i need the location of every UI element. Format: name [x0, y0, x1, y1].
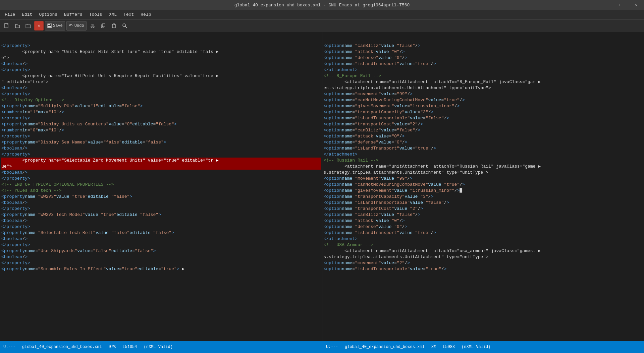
status-right-percent: 8% [431, 345, 436, 349]
code-line: <option name="attack" value="0"/> [324, 49, 643, 55]
svg-rect-3 [48, 26, 51, 27]
code-line: <option name="defense" value="0"/> [324, 55, 643, 61]
code-line: </property> [1, 67, 321, 73]
cut-button[interactable] [88, 21, 97, 31]
close-button[interactable]: ✕ [629, 0, 644, 10]
svg-rect-4 [48, 24, 50, 25]
code-line: <boolean/> [1, 61, 321, 67]
code-line: <option name="defense" value="0"/> [324, 139, 643, 145]
right-pane-content: <option name="canBlitz" value="false"/> … [322, 32, 644, 341]
code-line: <option name="movement" value="2"/> [324, 260, 643, 266]
status-left-extra: (nXML Valid) [144, 345, 172, 349]
open-dir-button[interactable] [23, 21, 33, 31]
status-right: U:--- global_40_expansion_uhd_boxes.xml … [323, 345, 644, 349]
code-line: <property name="Selectable Zero Movement… [1, 158, 321, 164]
left-pane[interactable]: </property> <property name="Units Repair… [0, 32, 322, 341]
left-pane-content: </property> <property name="Units Repair… [0, 32, 322, 341]
code-line: <!-- Display Options --> [1, 97, 321, 103]
code-line: <attachment name="unitAttachment" attach… [324, 164, 643, 170]
svg-line-8 [93, 25, 94, 26]
code-line: <property name="WW2V3" value="true" edit… [1, 194, 321, 200]
code-line: " editable="true"> [1, 79, 321, 85]
svg-rect-11 [102, 24, 105, 27]
code-line: <property name="Scramble Rules In Effect… [1, 266, 321, 272]
code-line: </property> [1, 242, 321, 248]
code-line: </property> [1, 206, 321, 212]
code-line: <boolean/> [1, 200, 321, 206]
code-line: <option name="transportCost" value="2"/> [324, 121, 643, 127]
copy-button[interactable] [99, 21, 108, 31]
window-controls: ─ □ ✕ [598, 0, 644, 10]
maximize-button[interactable]: □ [613, 0, 629, 10]
code-line: </property> [1, 133, 321, 139]
menu-buffers[interactable]: Buffers [61, 11, 86, 18]
undo-button[interactable]: Undo [66, 21, 87, 31]
save-button[interactable]: Save [45, 21, 65, 31]
code-line: </property> [1, 115, 321, 121]
code-line: </property> [1, 43, 321, 49]
code-line: <option name="isLandTransportable" value… [324, 115, 643, 121]
code-line: </property> [1, 176, 321, 182]
menu-file[interactable]: File [1, 11, 18, 18]
code-line: <property name="WW2V3 Tech Model" value=… [1, 212, 321, 218]
toolbar: ✕ Save Undo [0, 19, 644, 32]
code-line: <boolean/> [1, 170, 321, 176]
code-line: <!-- USA Armour --> [324, 242, 643, 248]
code-line: </property> [1, 91, 321, 97]
minimize-button[interactable]: ─ [598, 0, 613, 10]
menu-text[interactable]: Text [120, 11, 137, 18]
code-line: <option name="transportCapacity" value="… [324, 109, 643, 115]
code-line: <option name="attack" value="0"/> [324, 218, 643, 224]
code-line: <option name="givesMovement" value="1:ru… [324, 103, 643, 109]
status-right-filename: global_40_expansion_uhd_boxes.xml [345, 345, 425, 349]
code-line: </property> [1, 224, 321, 230]
code-line: <property name="Multiply PUs" value="1" … [1, 103, 321, 109]
open-file-button[interactable] [13, 21, 22, 31]
editor-area: </property> <property name="Units Repair… [0, 32, 644, 341]
undo-label: Undo [74, 23, 84, 28]
code-line: ue"> [1, 164, 321, 170]
paste-button[interactable] [109, 21, 119, 31]
code-line: <property name="Selectable Tech Roll" va… [1, 230, 321, 236]
search-button[interactable] [120, 21, 129, 31]
menu-options[interactable]: Options [36, 11, 61, 18]
right-pane[interactable]: <option name="canBlitz" value="false"/> … [322, 32, 644, 341]
code-line: <property name="Use Shipyards" value="fa… [1, 248, 321, 254]
status-right-position: L5983 [443, 345, 455, 349]
code-line: <attachment name="unitAttachment" attach… [324, 248, 643, 254]
code-line: </property> [1, 152, 321, 158]
new-file-button[interactable] [2, 21, 11, 31]
code-line: <!-- R_Europe Rail --> [324, 73, 643, 79]
code-line: es.strategy.triplea.attachments.UnitAtta… [324, 85, 643, 91]
code-line: <attachment name="unitAttachment" attach… [324, 79, 643, 85]
code-line: <property name="Two HitPoint Units Requi… [1, 73, 321, 79]
code-line: <option name="isLandTransport" value="tr… [324, 145, 643, 152]
menu-edit[interactable]: Edit [18, 11, 36, 18]
code-line: </attachment> [324, 236, 643, 242]
menu-bar: File Edit Options Buffers Tools XML Text… [0, 10, 644, 19]
code-line: </property> [1, 260, 321, 266]
close-file-button[interactable]: ✕ [34, 21, 44, 31]
menu-help[interactable]: Help [137, 11, 154, 18]
code-line: <option name="isLandTransport" value="tr… [324, 61, 643, 67]
code-line: <boolean/> [1, 85, 321, 91]
code-line: <option name="canBlitz" value="false"/> [324, 43, 643, 49]
code-line: s.strategy.triplea.attachments.UnitAttac… [324, 170, 643, 176]
svg-point-14 [123, 24, 125, 26]
code-line: <number min="1" max="10"/> [1, 109, 321, 115]
code-line: <option name="isLandTransport" value="tr… [324, 230, 643, 236]
code-line: <boolean/> [1, 218, 321, 224]
status-left: U:--- global_40_expansion_uhd_boxes.xml … [0, 345, 321, 349]
code-line: <option name="givesMovement" value="1:ru… [324, 188, 643, 194]
status-bar: U:--- global_40_expansion_uhd_boxes.xml … [0, 341, 644, 353]
window-title: global_40_expansion_uhd_boxes.xml - GNU … [234, 3, 410, 8]
menu-tools[interactable]: Tools [86, 11, 106, 18]
code-line: <property name="Units Repair Hits Start … [1, 49, 321, 55]
code-line: <option name="canBlitz" value="false"/> [324, 127, 643, 133]
code-line: <option name="attack" value="0"/> [324, 133, 643, 139]
status-left-percent: 97% [109, 345, 116, 349]
status-left-mode: U:--- [3, 345, 15, 349]
svg-rect-13 [113, 24, 115, 25]
menu-xml[interactable]: XML [106, 11, 120, 18]
code-line: </attachment> [324, 67, 643, 73]
